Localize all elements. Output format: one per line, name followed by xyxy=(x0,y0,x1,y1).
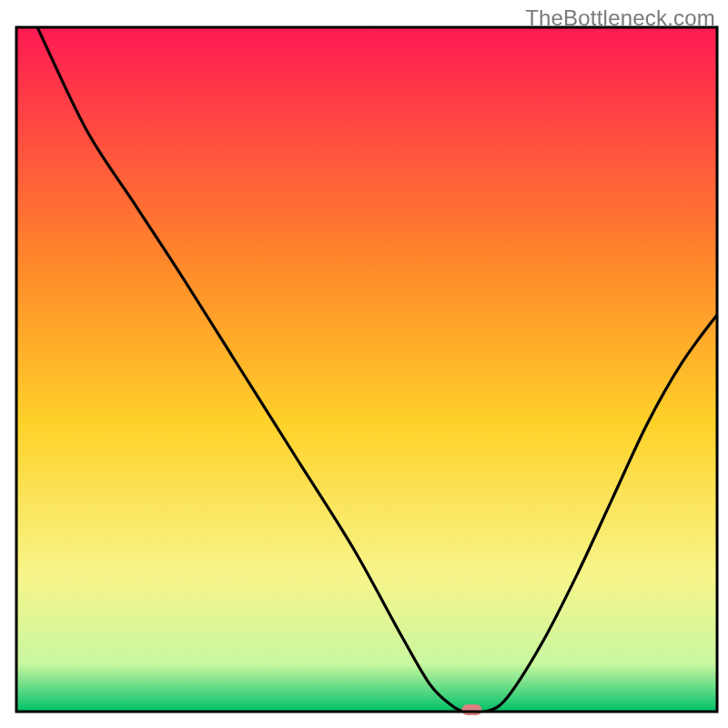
chart-container: TheBottleneck.com xyxy=(0,0,728,728)
watermark-text: TheBottleneck.com xyxy=(525,5,715,31)
minimum-marker xyxy=(462,704,482,715)
plot-area xyxy=(16,27,717,715)
bottleneck-chart xyxy=(0,0,728,728)
gradient-background xyxy=(16,27,717,712)
